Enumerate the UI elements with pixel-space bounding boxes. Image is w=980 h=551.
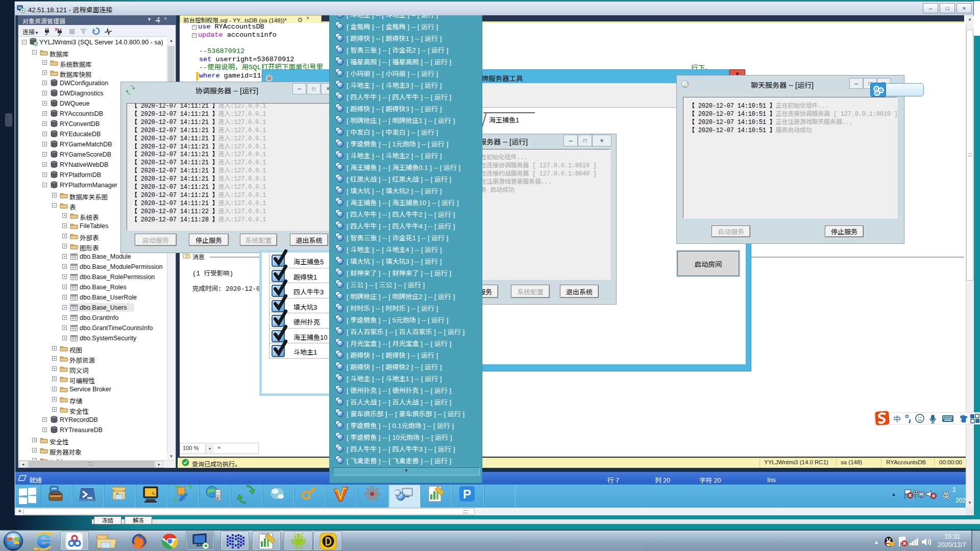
svg-text:P: P (463, 487, 471, 501)
